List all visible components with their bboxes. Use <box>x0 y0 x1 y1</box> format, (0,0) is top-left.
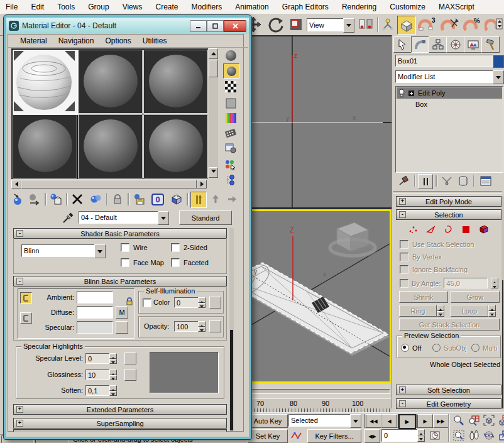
menu-file[interactable]: File <box>0 0 23 14</box>
diffuse-lock-button[interactable] <box>20 312 32 324</box>
selected-filter-dropdown[interactable]: Selected <box>288 414 355 427</box>
set-key-button[interactable]: Set Key <box>248 429 288 443</box>
backlight-icon[interactable] <box>223 63 239 79</box>
glossiness-spinner[interactable] <box>109 369 117 380</box>
modifier-list-dropdown[interactable]: Modifier List <box>395 70 498 83</box>
shader-type-arrow[interactable] <box>94 244 106 258</box>
selected-filter-arrow[interactable] <box>350 414 361 428</box>
specular-level-spinner[interactable] <box>109 353 117 364</box>
reset-map-icon[interactable] <box>70 192 85 207</box>
modifier-onoff-bulb-icon[interactable] <box>397 89 407 97</box>
close-button[interactable] <box>224 20 246 32</box>
play-button[interactable]: ▶ <box>398 414 416 429</box>
remove-modifier-icon[interactable] <box>456 174 471 188</box>
viewport-perspective-active[interactable]: Z x y <box>242 209 392 383</box>
by-vertex-row[interactable]: By Vertex <box>400 253 442 261</box>
use-stack-selection-checkbox[interactable] <box>400 240 408 249</box>
menu-create[interactable]: Create <box>150 0 184 14</box>
ambient-color-swatch[interactable] <box>77 291 113 304</box>
panel-scrollbar[interactable] <box>501 196 504 408</box>
menu-edit[interactable]: Edit <box>25 0 50 14</box>
zoom-extents-all-icon[interactable] <box>497 413 504 427</box>
params-scrollbar-thumb[interactable] <box>230 330 233 430</box>
percent-snap-icon[interactable]: % <box>463 16 483 33</box>
preview-off-radio[interactable]: Off <box>401 344 421 352</box>
tab-utilities[interactable] <box>481 36 500 53</box>
by-angle-checkbox[interactable] <box>400 279 408 288</box>
diffuse-map-button[interactable]: M <box>116 306 128 319</box>
tab-hierarchy[interactable] <box>429 36 447 53</box>
by-angle-field[interactable]: 45,0 <box>444 278 488 288</box>
sample-slot-6[interactable] <box>143 114 208 178</box>
two-sided-checkbox[interactable] <box>171 243 180 252</box>
sample-uv-tiling-icon[interactable] <box>223 96 238 110</box>
material-name-dropdown[interactable]: 04 - Default <box>79 211 163 224</box>
slots-hscrollbar[interactable] <box>11 180 207 189</box>
menu-rendering[interactable]: Rendering <box>336 0 382 14</box>
arc-rotate-icon[interactable] <box>482 429 496 442</box>
preview-multi-radio[interactable]: Multi <box>471 344 497 352</box>
pan-icon[interactable] <box>467 429 481 442</box>
ring-spinner[interactable] <box>437 305 444 317</box>
modifier-stack-list[interactable]: Edit Poly Box <box>395 86 503 173</box>
rollout-blinn-basic[interactable]: -Blinn Basic Parameters <box>13 276 227 287</box>
goto-start-button[interactable]: ◀◀ <box>364 414 381 428</box>
menu-group[interactable]: Group <box>82 0 114 14</box>
select-scale-icon[interactable] <box>288 17 304 32</box>
goto-end-button[interactable]: ▶▶ <box>433 414 450 428</box>
wire-checkbox[interactable] <box>121 243 129 252</box>
menu-graph-editors[interactable]: Graph Editors <box>277 0 334 14</box>
by-vertex-checkbox[interactable] <box>400 253 408 261</box>
maximize-button[interactable] <box>207 20 224 32</box>
auto-key-button[interactable]: Auto Key <box>248 414 288 428</box>
sample-slot-4[interactable] <box>13 114 77 178</box>
object-name-field[interactable]: Box01 <box>395 55 495 67</box>
self-illum-color-checkbox[interactable] <box>143 298 151 307</box>
panel-scrollbar-thumb[interactable] <box>502 280 503 408</box>
menu-animation[interactable]: Animation <box>229 0 274 14</box>
spinner-snap-icon[interactable] <box>484 16 504 33</box>
material-type-button[interactable]: Standard <box>179 211 232 225</box>
material-editor-window[interactable]: Material Editor - 04 - Default Material … <box>4 15 251 439</box>
slots-scroll-left[interactable] <box>11 180 21 189</box>
subobject-element-icon[interactable] <box>478 222 490 236</box>
timeline-ruler[interactable]: 70 80 90 100 <box>241 398 392 413</box>
subobject-edge-icon[interactable] <box>425 222 437 236</box>
pick-material-from-object-icon[interactable] <box>61 211 76 224</box>
rollout-edit-geometry[interactable]: -Edit Geometry <box>396 398 501 409</box>
current-frame-spinner[interactable] <box>417 429 425 442</box>
face-map-checkbox[interactable] <box>121 258 129 267</box>
select-by-material-icon[interactable] <box>223 158 238 172</box>
sample-type-icon[interactable] <box>223 48 238 62</box>
material-editor-options-icon[interactable] <box>223 141 238 155</box>
subobject-border-icon[interactable] <box>442 222 455 236</box>
zoom-all-icon[interactable] <box>467 413 481 427</box>
two-sided-checkbox-row[interactable]: 2-Sided <box>171 243 207 252</box>
soften-spinner[interactable] <box>109 385 117 396</box>
sample-slot-3[interactable] <box>143 50 208 114</box>
use-stack-selection-row[interactable]: Use Stack Selection <box>400 240 474 249</box>
params-scrollbar[interactable] <box>229 228 234 430</box>
menu-maxscript[interactable]: MAXScript <box>433 0 480 14</box>
material-map-navigator-icon[interactable] <box>223 173 238 187</box>
ambient-lock-button[interactable] <box>20 292 32 304</box>
rollout-extended-parameters[interactable]: +Extended Parameters <box>13 404 227 415</box>
sample-slot-5[interactable] <box>78 114 143 178</box>
slots-vscrollbar[interactable] <box>209 48 218 178</box>
get-stack-selection-button[interactable]: Get Stack Selection <box>399 319 500 331</box>
video-color-check-icon[interactable] <box>223 111 238 125</box>
specular-color-swatch[interactable] <box>77 321 113 334</box>
get-material-icon[interactable] <box>11 192 26 207</box>
ring-button[interactable]: Ring <box>399 305 437 317</box>
prev-frame-button[interactable]: ◀ <box>381 414 398 428</box>
put-material-to-scene-icon[interactable] <box>27 192 42 207</box>
background-icon[interactable] <box>223 80 238 94</box>
me-menu-navigation[interactable]: Navigation <box>53 35 100 47</box>
rollout-shader-basic[interactable]: -Shader Basic Parameters <box>13 228 227 239</box>
opacity-spinner[interactable] <box>198 321 205 332</box>
material-editor-titlebar[interactable]: Material Editor - 04 - Default <box>6 18 249 34</box>
put-to-library-icon[interactable] <box>131 192 146 207</box>
tab-modify[interactable] <box>411 36 429 53</box>
modifier-list-arrow[interactable] <box>493 70 504 84</box>
reference-coordinate-arrow[interactable] <box>343 18 354 33</box>
